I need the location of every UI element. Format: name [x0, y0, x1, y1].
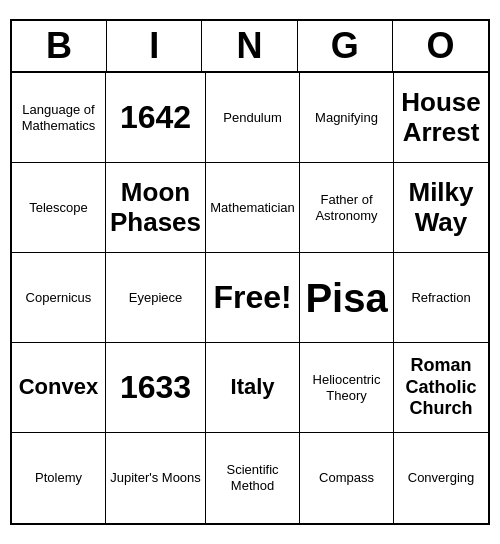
- bingo-cell: Scientific Method: [206, 433, 300, 523]
- bingo-cell: Italy: [206, 343, 300, 433]
- bingo-cell: Compass: [300, 433, 394, 523]
- bingo-card: BINGO Language of Mathematics1642Pendulu…: [10, 19, 490, 525]
- bingo-cell: Eyepiece: [106, 253, 206, 343]
- bingo-header: BINGO: [12, 21, 488, 73]
- bingo-cell: Convex: [12, 343, 106, 433]
- bingo-cell: House Arrest: [394, 73, 488, 163]
- bingo-cell: Ptolemy: [12, 433, 106, 523]
- bingo-cell: Pendulum: [206, 73, 300, 163]
- bingo-cell: Heliocentric Theory: [300, 343, 394, 433]
- bingo-cell: Father of Astronomy: [300, 163, 394, 253]
- header-letter: I: [107, 21, 202, 71]
- header-letter: O: [393, 21, 488, 71]
- bingo-cell: Converging: [394, 433, 488, 523]
- bingo-cell: Moon Phases: [106, 163, 206, 253]
- bingo-cell: Refraction: [394, 253, 488, 343]
- bingo-cell: Language of Mathematics: [12, 73, 106, 163]
- bingo-cell: Telescope: [12, 163, 106, 253]
- bingo-cell: Free!: [206, 253, 300, 343]
- bingo-grid: Language of Mathematics1642PendulumMagni…: [12, 73, 488, 523]
- header-letter: B: [12, 21, 107, 71]
- header-letter: N: [202, 21, 297, 71]
- bingo-cell: 1633: [106, 343, 206, 433]
- bingo-cell: Roman Catholic Church: [394, 343, 488, 433]
- bingo-cell: Jupiter's Moons: [106, 433, 206, 523]
- bingo-cell: Magnifying: [300, 73, 394, 163]
- header-letter: G: [298, 21, 393, 71]
- bingo-cell: Pisa: [300, 253, 394, 343]
- bingo-cell: 1642: [106, 73, 206, 163]
- bingo-cell: Copernicus: [12, 253, 106, 343]
- bingo-cell: Milky Way: [394, 163, 488, 253]
- bingo-cell: Mathematician: [206, 163, 300, 253]
